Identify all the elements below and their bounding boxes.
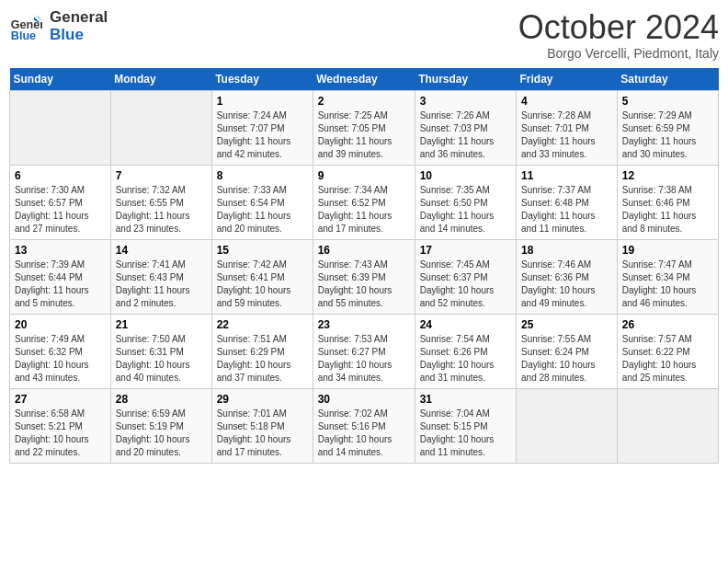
day-cell: 5Sunrise: 7:29 AMSunset: 6:59 PMDaylight… xyxy=(617,90,718,165)
week-row-4: 20Sunrise: 7:49 AMSunset: 6:32 PMDayligh… xyxy=(10,314,719,388)
day-cell: 10Sunrise: 7:35 AMSunset: 6:50 PMDayligh… xyxy=(415,165,516,239)
day-cell: 19Sunrise: 7:47 AMSunset: 6:34 PMDayligh… xyxy=(617,239,718,314)
day-number: 11 xyxy=(521,169,612,182)
day-info: Sunrise: 6:58 AMSunset: 5:21 PMDaylight:… xyxy=(15,408,106,459)
day-info: Sunrise: 7:28 AMSunset: 7:01 PMDaylight:… xyxy=(521,109,612,161)
day-cell: 18Sunrise: 7:46 AMSunset: 6:36 PMDayligh… xyxy=(517,239,618,314)
day-number: 9 xyxy=(318,169,410,182)
day-cell: 28Sunrise: 6:59 AMSunset: 5:19 PMDayligh… xyxy=(110,388,211,463)
day-number: 31 xyxy=(420,393,511,406)
day-cell: 9Sunrise: 7:34 AMSunset: 6:52 PMDaylight… xyxy=(313,165,415,239)
day-cell: 13Sunrise: 7:39 AMSunset: 6:44 PMDayligh… xyxy=(10,239,111,314)
day-number: 21 xyxy=(116,318,207,331)
day-info: Sunrise: 7:38 AMSunset: 6:46 PMDaylight:… xyxy=(622,184,713,236)
day-number: 30 xyxy=(318,393,410,406)
day-number: 25 xyxy=(521,318,612,331)
logo: General Blue General Blue xyxy=(9,9,108,43)
svg-text:Blue: Blue xyxy=(11,29,36,42)
day-info: Sunrise: 7:37 AMSunset: 6:48 PMDaylight:… xyxy=(521,184,612,236)
col-header-friday: Friday xyxy=(517,68,618,91)
logo-blue: Blue xyxy=(50,27,108,44)
col-header-monday: Monday xyxy=(110,68,211,91)
day-info: Sunrise: 7:55 AMSunset: 6:24 PMDaylight:… xyxy=(521,333,612,385)
day-info: Sunrise: 7:49 AMSunset: 6:32 PMDaylight:… xyxy=(15,333,106,385)
day-cell: 27Sunrise: 6:58 AMSunset: 5:21 PMDayligh… xyxy=(10,388,111,463)
day-cell: 23Sunrise: 7:53 AMSunset: 6:27 PMDayligh… xyxy=(313,314,415,388)
day-number: 13 xyxy=(15,244,106,257)
day-cell: 24Sunrise: 7:54 AMSunset: 6:26 PMDayligh… xyxy=(415,314,516,388)
col-header-tuesday: Tuesday xyxy=(211,68,313,91)
day-cell: 1Sunrise: 7:24 AMSunset: 7:07 PMDaylight… xyxy=(211,90,313,165)
day-number: 6 xyxy=(15,169,106,182)
day-cell: 16Sunrise: 7:43 AMSunset: 6:39 PMDayligh… xyxy=(313,239,415,314)
day-cell: 15Sunrise: 7:42 AMSunset: 6:41 PMDayligh… xyxy=(211,239,313,314)
day-cell: 4Sunrise: 7:28 AMSunset: 7:01 PMDaylight… xyxy=(517,90,618,165)
day-info: Sunrise: 7:41 AMSunset: 6:43 PMDaylight:… xyxy=(116,259,207,310)
day-info: Sunrise: 7:42 AMSunset: 6:41 PMDaylight:… xyxy=(217,259,308,310)
day-cell: 12Sunrise: 7:38 AMSunset: 6:46 PMDayligh… xyxy=(617,165,718,239)
day-number: 18 xyxy=(521,244,612,257)
day-number: 27 xyxy=(15,393,106,406)
day-info: Sunrise: 7:46 AMSunset: 6:36 PMDaylight:… xyxy=(521,259,612,310)
day-cell: 8Sunrise: 7:33 AMSunset: 6:54 PMDaylight… xyxy=(211,165,313,239)
day-info: Sunrise: 7:32 AMSunset: 6:55 PMDaylight:… xyxy=(116,184,207,236)
week-row-2: 6Sunrise: 7:30 AMSunset: 6:57 PMDaylight… xyxy=(10,165,719,239)
day-number: 22 xyxy=(217,318,308,331)
title-block: October 2024 Borgo Vercelli, Piedmont, I… xyxy=(518,9,719,61)
day-number: 7 xyxy=(116,169,207,182)
day-cell xyxy=(110,90,211,165)
day-cell xyxy=(517,388,618,463)
day-number: 16 xyxy=(318,244,410,257)
day-number: 2 xyxy=(318,95,410,108)
day-info: Sunrise: 7:51 AMSunset: 6:29 PMDaylight:… xyxy=(217,333,308,385)
day-number: 4 xyxy=(521,95,612,108)
day-cell xyxy=(10,90,111,165)
day-cell: 17Sunrise: 7:45 AMSunset: 6:37 PMDayligh… xyxy=(415,239,516,314)
day-info: Sunrise: 7:26 AMSunset: 7:03 PMDaylight:… xyxy=(420,109,511,161)
day-number: 20 xyxy=(15,318,106,331)
header-row: SundayMondayTuesdayWednesdayThursdayFrid… xyxy=(10,68,719,91)
day-info: Sunrise: 7:29 AMSunset: 6:59 PMDaylight:… xyxy=(622,109,713,161)
day-number: 26 xyxy=(622,318,713,331)
col-header-saturday: Saturday xyxy=(617,68,718,91)
day-number: 23 xyxy=(318,318,410,331)
week-row-1: 1Sunrise: 7:24 AMSunset: 7:07 PMDaylight… xyxy=(10,90,719,165)
day-info: Sunrise: 7:43 AMSunset: 6:39 PMDaylight:… xyxy=(318,259,410,310)
day-number: 10 xyxy=(420,169,511,182)
logo-icon: General Blue xyxy=(9,10,42,43)
day-cell: 3Sunrise: 7:26 AMSunset: 7:03 PMDaylight… xyxy=(415,90,516,165)
week-row-5: 27Sunrise: 6:58 AMSunset: 5:21 PMDayligh… xyxy=(10,388,719,463)
day-info: Sunrise: 7:25 AMSunset: 7:05 PMDaylight:… xyxy=(318,109,410,161)
day-number: 28 xyxy=(116,393,207,406)
day-info: Sunrise: 7:02 AMSunset: 5:16 PMDaylight:… xyxy=(318,408,410,459)
day-cell: 2Sunrise: 7:25 AMSunset: 7:05 PMDaylight… xyxy=(313,90,415,165)
day-cell: 25Sunrise: 7:55 AMSunset: 6:24 PMDayligh… xyxy=(517,314,618,388)
day-cell: 29Sunrise: 7:01 AMSunset: 5:18 PMDayligh… xyxy=(211,388,313,463)
page-header: General Blue General Blue October 2024 B… xyxy=(9,9,719,61)
day-cell: 6Sunrise: 7:30 AMSunset: 6:57 PMDaylight… xyxy=(10,165,111,239)
day-info: Sunrise: 7:39 AMSunset: 6:44 PMDaylight:… xyxy=(15,259,106,310)
day-info: Sunrise: 7:24 AMSunset: 7:07 PMDaylight:… xyxy=(217,109,308,161)
calendar-table: SundayMondayTuesdayWednesdayThursdayFrid… xyxy=(9,68,719,464)
day-cell: 14Sunrise: 7:41 AMSunset: 6:43 PMDayligh… xyxy=(110,239,211,314)
day-info: Sunrise: 6:59 AMSunset: 5:19 PMDaylight:… xyxy=(116,408,207,459)
day-info: Sunrise: 7:01 AMSunset: 5:18 PMDaylight:… xyxy=(217,408,308,459)
col-header-sunday: Sunday xyxy=(10,68,111,91)
day-cell: 20Sunrise: 7:49 AMSunset: 6:32 PMDayligh… xyxy=(10,314,111,388)
day-info: Sunrise: 7:47 AMSunset: 6:34 PMDaylight:… xyxy=(622,259,713,310)
logo-general: General xyxy=(50,9,108,27)
day-number: 5 xyxy=(622,95,713,108)
location: Borgo Vercelli, Piedmont, Italy xyxy=(518,46,719,61)
day-info: Sunrise: 7:45 AMSunset: 6:37 PMDaylight:… xyxy=(420,259,511,310)
day-info: Sunrise: 7:54 AMSunset: 6:26 PMDaylight:… xyxy=(420,333,511,385)
day-number: 8 xyxy=(217,169,308,182)
day-cell: 21Sunrise: 7:50 AMSunset: 6:31 PMDayligh… xyxy=(110,314,211,388)
day-info: Sunrise: 7:50 AMSunset: 6:31 PMDaylight:… xyxy=(116,333,207,385)
day-number: 19 xyxy=(622,244,713,257)
day-cell: 11Sunrise: 7:37 AMSunset: 6:48 PMDayligh… xyxy=(517,165,618,239)
day-number: 1 xyxy=(217,95,308,108)
day-info: Sunrise: 7:35 AMSunset: 6:50 PMDaylight:… xyxy=(420,184,511,236)
day-number: 24 xyxy=(420,318,511,331)
month-title: October 2024 xyxy=(518,9,719,46)
week-row-3: 13Sunrise: 7:39 AMSunset: 6:44 PMDayligh… xyxy=(10,239,719,314)
